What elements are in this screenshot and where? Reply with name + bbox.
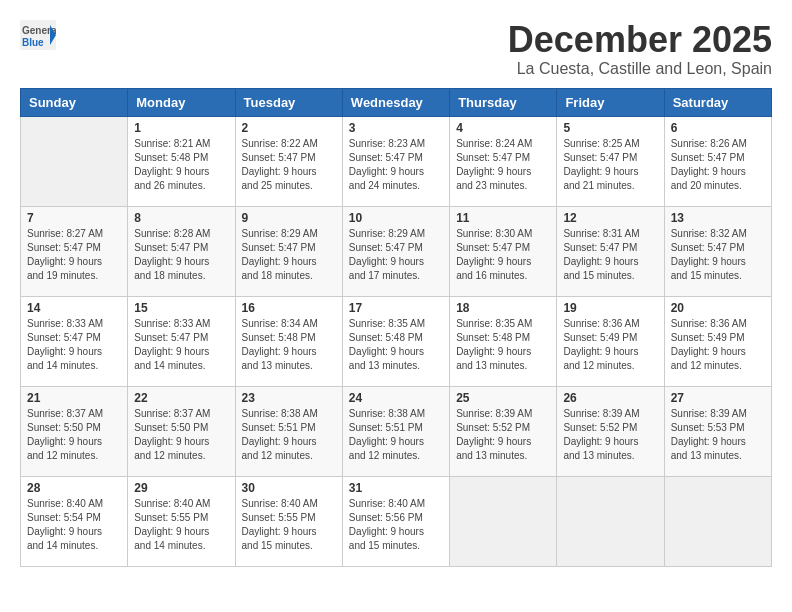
cell-info: Sunrise: 8:38 AM Sunset: 5:51 PM Dayligh… — [349, 407, 443, 463]
cell-info: Sunrise: 8:23 AM Sunset: 5:47 PM Dayligh… — [349, 137, 443, 193]
logo-icon: General Blue — [20, 20, 56, 50]
day-number: 24 — [349, 391, 443, 405]
calendar-day-cell: 11 Sunrise: 8:30 AM Sunset: 5:47 PM Dayl… — [450, 206, 557, 296]
sunset-text: Sunset: 5:49 PM — [671, 332, 745, 343]
cell-info: Sunrise: 8:38 AM Sunset: 5:51 PM Dayligh… — [242, 407, 336, 463]
sunrise-text: Sunrise: 8:30 AM — [456, 228, 532, 239]
calendar-week-row: 28 Sunrise: 8:40 AM Sunset: 5:54 PM Dayl… — [21, 476, 772, 566]
sunrise-text: Sunrise: 8:32 AM — [671, 228, 747, 239]
daylight-text: Daylight: 9 hours and 13 minutes. — [349, 346, 424, 371]
cell-info: Sunrise: 8:24 AM Sunset: 5:47 PM Dayligh… — [456, 137, 550, 193]
day-number: 9 — [242, 211, 336, 225]
sunrise-text: Sunrise: 8:26 AM — [671, 138, 747, 149]
sunrise-text: Sunrise: 8:33 AM — [134, 318, 210, 329]
calendar-day-cell: 29 Sunrise: 8:40 AM Sunset: 5:55 PM Dayl… — [128, 476, 235, 566]
daylight-text: Daylight: 9 hours and 12 minutes. — [563, 346, 638, 371]
sunset-text: Sunset: 5:47 PM — [134, 242, 208, 253]
calendar-day-cell: 18 Sunrise: 8:35 AM Sunset: 5:48 PM Dayl… — [450, 296, 557, 386]
sunset-text: Sunset: 5:54 PM — [27, 512, 101, 523]
calendar-day-cell: 5 Sunrise: 8:25 AM Sunset: 5:47 PM Dayli… — [557, 116, 664, 206]
day-number: 13 — [671, 211, 765, 225]
day-number: 27 — [671, 391, 765, 405]
weekday-header-cell: Friday — [557, 88, 664, 116]
day-number: 29 — [134, 481, 228, 495]
daylight-text: Daylight: 9 hours and 13 minutes. — [671, 436, 746, 461]
svg-text:Blue: Blue — [22, 37, 44, 48]
day-number: 18 — [456, 301, 550, 315]
daylight-text: Daylight: 9 hours and 21 minutes. — [563, 166, 638, 191]
calendar-body: 1 Sunrise: 8:21 AM Sunset: 5:48 PM Dayli… — [21, 116, 772, 566]
sunset-text: Sunset: 5:52 PM — [563, 422, 637, 433]
day-number: 5 — [563, 121, 657, 135]
cell-info: Sunrise: 8:33 AM Sunset: 5:47 PM Dayligh… — [134, 317, 228, 373]
cell-info: Sunrise: 8:40 AM Sunset: 5:56 PM Dayligh… — [349, 497, 443, 553]
sunrise-text: Sunrise: 8:21 AM — [134, 138, 210, 149]
calendar-day-cell: 15 Sunrise: 8:33 AM Sunset: 5:47 PM Dayl… — [128, 296, 235, 386]
daylight-text: Daylight: 9 hours and 15 minutes. — [671, 256, 746, 281]
sunrise-text: Sunrise: 8:40 AM — [349, 498, 425, 509]
calendar-day-cell: 10 Sunrise: 8:29 AM Sunset: 5:47 PM Dayl… — [342, 206, 449, 296]
day-number: 12 — [563, 211, 657, 225]
sunrise-text: Sunrise: 8:35 AM — [456, 318, 532, 329]
calendar-day-cell: 21 Sunrise: 8:37 AM Sunset: 5:50 PM Dayl… — [21, 386, 128, 476]
cell-info: Sunrise: 8:32 AM Sunset: 5:47 PM Dayligh… — [671, 227, 765, 283]
daylight-text: Daylight: 9 hours and 13 minutes. — [242, 346, 317, 371]
sunset-text: Sunset: 5:47 PM — [349, 242, 423, 253]
day-number: 7 — [27, 211, 121, 225]
sunrise-text: Sunrise: 8:38 AM — [242, 408, 318, 419]
day-number: 17 — [349, 301, 443, 315]
sunset-text: Sunset: 5:47 PM — [27, 242, 101, 253]
sunrise-text: Sunrise: 8:36 AM — [671, 318, 747, 329]
daylight-text: Daylight: 9 hours and 18 minutes. — [134, 256, 209, 281]
calendar-day-cell: 6 Sunrise: 8:26 AM Sunset: 5:47 PM Dayli… — [664, 116, 771, 206]
day-number: 6 — [671, 121, 765, 135]
cell-info: Sunrise: 8:37 AM Sunset: 5:50 PM Dayligh… — [27, 407, 121, 463]
sunrise-text: Sunrise: 8:37 AM — [27, 408, 103, 419]
daylight-text: Daylight: 9 hours and 16 minutes. — [456, 256, 531, 281]
month-title: December 2025 — [508, 20, 772, 60]
calendar-day-cell: 9 Sunrise: 8:29 AM Sunset: 5:47 PM Dayli… — [235, 206, 342, 296]
cell-info: Sunrise: 8:34 AM Sunset: 5:48 PM Dayligh… — [242, 317, 336, 373]
daylight-text: Daylight: 9 hours and 12 minutes. — [27, 436, 102, 461]
calendar-day-cell: 27 Sunrise: 8:39 AM Sunset: 5:53 PM Dayl… — [664, 386, 771, 476]
logo: General Blue — [20, 20, 56, 50]
sunset-text: Sunset: 5:47 PM — [671, 152, 745, 163]
cell-info: Sunrise: 8:25 AM Sunset: 5:47 PM Dayligh… — [563, 137, 657, 193]
day-number: 1 — [134, 121, 228, 135]
calendar-week-row: 1 Sunrise: 8:21 AM Sunset: 5:48 PM Dayli… — [21, 116, 772, 206]
daylight-text: Daylight: 9 hours and 14 minutes. — [27, 526, 102, 551]
day-number: 23 — [242, 391, 336, 405]
daylight-text: Daylight: 9 hours and 17 minutes. — [349, 256, 424, 281]
cell-info: Sunrise: 8:27 AM Sunset: 5:47 PM Dayligh… — [27, 227, 121, 283]
cell-info: Sunrise: 8:37 AM Sunset: 5:50 PM Dayligh… — [134, 407, 228, 463]
sunrise-text: Sunrise: 8:23 AM — [349, 138, 425, 149]
sunrise-text: Sunrise: 8:29 AM — [242, 228, 318, 239]
daylight-text: Daylight: 9 hours and 25 minutes. — [242, 166, 317, 191]
sunrise-text: Sunrise: 8:40 AM — [242, 498, 318, 509]
sunset-text: Sunset: 5:48 PM — [242, 332, 316, 343]
daylight-text: Daylight: 9 hours and 12 minutes. — [349, 436, 424, 461]
calendar-day-cell: 2 Sunrise: 8:22 AM Sunset: 5:47 PM Dayli… — [235, 116, 342, 206]
sunset-text: Sunset: 5:56 PM — [349, 512, 423, 523]
cell-info: Sunrise: 8:36 AM Sunset: 5:49 PM Dayligh… — [671, 317, 765, 373]
calendar-week-row: 14 Sunrise: 8:33 AM Sunset: 5:47 PM Dayl… — [21, 296, 772, 386]
calendar-day-cell — [557, 476, 664, 566]
sunrise-text: Sunrise: 8:27 AM — [27, 228, 103, 239]
day-number: 26 — [563, 391, 657, 405]
day-number: 25 — [456, 391, 550, 405]
calendar-day-cell: 17 Sunrise: 8:35 AM Sunset: 5:48 PM Dayl… — [342, 296, 449, 386]
sunrise-text: Sunrise: 8:24 AM — [456, 138, 532, 149]
daylight-text: Daylight: 9 hours and 12 minutes. — [134, 436, 209, 461]
sunset-text: Sunset: 5:55 PM — [242, 512, 316, 523]
cell-info: Sunrise: 8:35 AM Sunset: 5:48 PM Dayligh… — [349, 317, 443, 373]
sunset-text: Sunset: 5:49 PM — [563, 332, 637, 343]
cell-info: Sunrise: 8:33 AM Sunset: 5:47 PM Dayligh… — [27, 317, 121, 373]
daylight-text: Daylight: 9 hours and 13 minutes. — [563, 436, 638, 461]
calendar-day-cell: 25 Sunrise: 8:39 AM Sunset: 5:52 PM Dayl… — [450, 386, 557, 476]
sunset-text: Sunset: 5:47 PM — [671, 242, 745, 253]
day-number: 28 — [27, 481, 121, 495]
cell-info: Sunrise: 8:39 AM Sunset: 5:52 PM Dayligh… — [563, 407, 657, 463]
calendar-day-cell: 30 Sunrise: 8:40 AM Sunset: 5:55 PM Dayl… — [235, 476, 342, 566]
sunrise-text: Sunrise: 8:29 AM — [349, 228, 425, 239]
calendar-day-cell: 7 Sunrise: 8:27 AM Sunset: 5:47 PM Dayli… — [21, 206, 128, 296]
